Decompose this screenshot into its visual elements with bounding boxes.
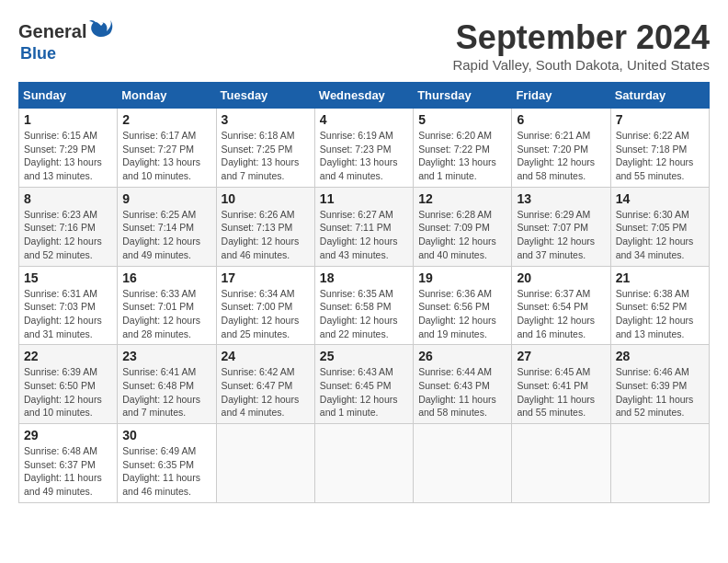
day-detail: Sunrise: 6:39 AMSunset: 6:50 PMDaylight:…: [24, 365, 112, 419]
calendar-cell: 17Sunrise: 6:34 AMSunset: 7:00 PMDayligh…: [216, 266, 314, 345]
calendar-cell: 22Sunrise: 6:39 AMSunset: 6:50 PMDayligh…: [19, 345, 118, 424]
month-title: September 2024: [452, 18, 710, 57]
calendar-week-4: 22Sunrise: 6:39 AMSunset: 6:50 PMDayligh…: [19, 345, 710, 424]
day-detail: Sunrise: 6:17 AMSunset: 7:27 PMDaylight:…: [122, 129, 210, 183]
day-number: 14: [616, 191, 704, 206]
calendar-week-5: 29Sunrise: 6:48 AMSunset: 6:37 PMDayligh…: [19, 424, 710, 503]
calendar-cell: [414, 424, 512, 503]
day-detail: Sunrise: 6:46 AMSunset: 6:39 PMDaylight:…: [616, 365, 704, 419]
day-detail: Sunrise: 6:37 AMSunset: 6:54 PMDaylight:…: [517, 287, 605, 341]
calendar-body: 1Sunrise: 6:15 AMSunset: 7:29 PMDaylight…: [19, 109, 710, 503]
calendar-cell: 7Sunrise: 6:22 AMSunset: 7:18 PMDaylight…: [610, 109, 709, 188]
day-number: 18: [320, 270, 408, 285]
day-number: 29: [24, 428, 112, 442]
calendar-cell: 24Sunrise: 6:42 AMSunset: 6:47 PMDayligh…: [216, 345, 314, 424]
day-detail: Sunrise: 6:28 AMSunset: 7:09 PMDaylight:…: [418, 208, 506, 262]
day-number: 13: [517, 191, 605, 206]
day-number: 11: [320, 191, 408, 206]
day-number: 23: [122, 349, 210, 363]
day-number: 8: [24, 191, 112, 206]
calendar-cell: 14Sunrise: 6:30 AMSunset: 7:05 PMDayligh…: [610, 187, 709, 266]
day-detail: Sunrise: 6:29 AMSunset: 7:07 PMDaylight:…: [517, 208, 605, 262]
calendar-cell: 25Sunrise: 6:43 AMSunset: 6:45 PMDayligh…: [314, 345, 413, 424]
header-row: Sunday Monday Tuesday Wednesday Thursday…: [19, 83, 710, 109]
calendar-cell: 30Sunrise: 6:49 AMSunset: 6:35 PMDayligh…: [118, 424, 216, 503]
day-number: 19: [418, 270, 506, 285]
day-number: 17: [222, 270, 310, 285]
day-detail: Sunrise: 6:30 AMSunset: 7:05 PMDaylight:…: [616, 208, 704, 262]
calendar-cell: 8Sunrise: 6:23 AMSunset: 7:16 PMDaylight…: [19, 187, 118, 266]
day-detail: Sunrise: 6:35 AMSunset: 6:58 PMDaylight:…: [320, 287, 408, 341]
calendar-cell: 5Sunrise: 6:20 AMSunset: 7:22 PMDaylight…: [414, 109, 512, 188]
day-number: 22: [24, 349, 112, 363]
day-detail: Sunrise: 6:31 AMSunset: 7:03 PMDaylight:…: [24, 287, 112, 341]
day-number: 9: [122, 191, 210, 206]
calendar-cell: 15Sunrise: 6:31 AMSunset: 7:03 PMDayligh…: [19, 266, 118, 345]
calendar-cell: 21Sunrise: 6:38 AMSunset: 6:52 PMDayligh…: [610, 266, 709, 345]
calendar-cell: 20Sunrise: 6:37 AMSunset: 6:54 PMDayligh…: [512, 266, 610, 345]
day-detail: Sunrise: 6:33 AMSunset: 7:01 PMDaylight:…: [122, 287, 210, 341]
day-number: 5: [418, 112, 506, 127]
day-number: 2: [122, 112, 210, 127]
col-thursday: Thursday: [414, 83, 512, 109]
logo-bird-icon: [88, 18, 114, 44]
calendar-cell: 19Sunrise: 6:36 AMSunset: 6:56 PMDayligh…: [414, 266, 512, 345]
day-number: 16: [122, 270, 210, 285]
day-number: 28: [616, 349, 704, 363]
calendar-cell: 4Sunrise: 6:19 AMSunset: 7:23 PMDaylight…: [314, 109, 413, 188]
col-saturday: Saturday: [610, 83, 709, 109]
calendar-cell: 12Sunrise: 6:28 AMSunset: 7:09 PMDayligh…: [414, 187, 512, 266]
calendar-cell: [610, 424, 709, 503]
calendar-cell: 1Sunrise: 6:15 AMSunset: 7:29 PMDaylight…: [19, 109, 118, 188]
day-number: 21: [616, 270, 704, 285]
calendar-cell: 6Sunrise: 6:21 AMSunset: 7:20 PMDaylight…: [512, 109, 610, 188]
day-detail: Sunrise: 6:27 AMSunset: 7:11 PMDaylight:…: [320, 208, 408, 262]
day-detail: Sunrise: 6:21 AMSunset: 7:20 PMDaylight:…: [517, 129, 605, 183]
calendar-week-1: 1Sunrise: 6:15 AMSunset: 7:29 PMDaylight…: [19, 109, 710, 188]
day-detail: Sunrise: 6:18 AMSunset: 7:25 PMDaylight:…: [222, 129, 310, 183]
page-header: General Blue September 2024 Rapid Valley…: [18, 18, 710, 73]
day-detail: Sunrise: 6:43 AMSunset: 6:45 PMDaylight:…: [320, 365, 408, 419]
calendar-cell: 13Sunrise: 6:29 AMSunset: 7:07 PMDayligh…: [512, 187, 610, 266]
day-number: 10: [222, 191, 310, 206]
day-detail: Sunrise: 6:19 AMSunset: 7:23 PMDaylight:…: [320, 129, 408, 183]
day-detail: Sunrise: 6:25 AMSunset: 7:14 PMDaylight:…: [122, 208, 210, 262]
calendar-cell: 3Sunrise: 6:18 AMSunset: 7:25 PMDaylight…: [216, 109, 314, 188]
calendar-cell: 26Sunrise: 6:44 AMSunset: 6:43 PMDayligh…: [414, 345, 512, 424]
location: Rapid Valley, South Dakota, United State…: [452, 57, 710, 73]
calendar-cell: 28Sunrise: 6:46 AMSunset: 6:39 PMDayligh…: [610, 345, 709, 424]
day-detail: Sunrise: 6:15 AMSunset: 7:29 PMDaylight:…: [24, 129, 112, 183]
col-monday: Monday: [118, 83, 216, 109]
day-number: 24: [222, 349, 310, 363]
col-friday: Friday: [512, 83, 610, 109]
day-detail: Sunrise: 6:49 AMSunset: 6:35 PMDaylight:…: [122, 444, 210, 499]
day-detail: Sunrise: 6:34 AMSunset: 7:00 PMDaylight:…: [222, 287, 310, 341]
day-number: 15: [24, 270, 112, 285]
calendar-header: Sunday Monday Tuesday Wednesday Thursday…: [19, 83, 710, 109]
col-tuesday: Tuesday: [216, 83, 314, 109]
calendar-cell: 9Sunrise: 6:25 AMSunset: 7:14 PMDaylight…: [118, 187, 216, 266]
day-number: 27: [517, 349, 605, 363]
calendar-week-3: 15Sunrise: 6:31 AMSunset: 7:03 PMDayligh…: [19, 266, 710, 345]
calendar-cell: 27Sunrise: 6:45 AMSunset: 6:41 PMDayligh…: [512, 345, 610, 424]
calendar-cell: 11Sunrise: 6:27 AMSunset: 7:11 PMDayligh…: [314, 187, 413, 266]
calendar-cell: [314, 424, 413, 503]
day-number: 30: [122, 428, 210, 442]
calendar-cell: 29Sunrise: 6:48 AMSunset: 6:37 PMDayligh…: [19, 424, 118, 503]
calendar-cell: 16Sunrise: 6:33 AMSunset: 7:01 PMDayligh…: [118, 266, 216, 345]
day-number: 12: [418, 191, 506, 206]
title-block: September 2024 Rapid Valley, South Dakot…: [452, 18, 710, 73]
day-number: 4: [320, 112, 408, 127]
logo-blue-text: Blue: [20, 44, 56, 63]
day-number: 7: [616, 112, 704, 127]
day-number: 6: [517, 112, 605, 127]
day-detail: Sunrise: 6:22 AMSunset: 7:18 PMDaylight:…: [616, 129, 704, 183]
day-number: 25: [320, 349, 408, 363]
day-detail: Sunrise: 6:45 AMSunset: 6:41 PMDaylight:…: [517, 365, 605, 419]
calendar-cell: 18Sunrise: 6:35 AMSunset: 6:58 PMDayligh…: [314, 266, 413, 345]
col-wednesday: Wednesday: [314, 83, 413, 109]
day-detail: Sunrise: 6:41 AMSunset: 6:48 PMDaylight:…: [122, 365, 210, 419]
logo-text: General: [18, 21, 86, 42]
day-detail: Sunrise: 6:20 AMSunset: 7:22 PMDaylight:…: [418, 129, 506, 183]
calendar-cell: 23Sunrise: 6:41 AMSunset: 6:48 PMDayligh…: [118, 345, 216, 424]
